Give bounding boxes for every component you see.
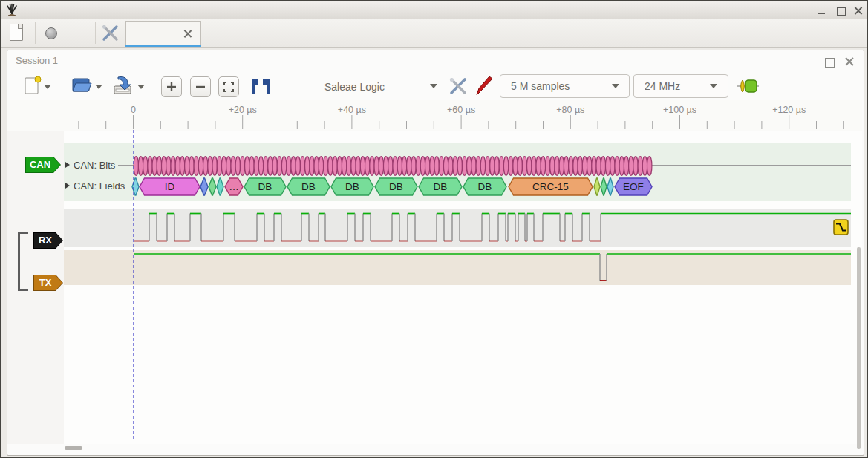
zoom-out-button[interactable] — [190, 76, 211, 97]
titlebar — [1, 1, 867, 20]
tx-channel-flag[interactable]: TX — [33, 275, 63, 291]
tab-active-indicator — [125, 45, 201, 47]
save-button[interactable] — [112, 75, 133, 96]
add-decoder-button[interactable] — [736, 77, 760, 95]
bits-row-label: CAN: Bits — [74, 160, 115, 171]
open-file-button[interactable] — [71, 76, 92, 94]
sample-rate-caret — [710, 84, 717, 88]
maximize-icon — [837, 7, 846, 16]
minimize-button[interactable] — [816, 6, 826, 15]
zoom-fit-button[interactable] — [218, 76, 239, 97]
rx-flag-label: RX — [33, 232, 63, 249]
trigger-badge[interactable] — [833, 219, 849, 235]
cursor-flag-icon — [252, 79, 258, 94]
toolbar-separator — [35, 22, 36, 44]
device-select[interactable]: Saleae Logic — [324, 76, 385, 97]
decoder-icon — [741, 80, 745, 92]
expand-arrow-icon[interactable] — [65, 162, 70, 168]
toolbar-separator — [95, 22, 96, 44]
rx-row-background — [64, 209, 851, 247]
probe-icon — [477, 76, 492, 95]
can-tag-label: CAN — [25, 157, 61, 173]
open-dropdown-caret[interactable] — [95, 85, 102, 89]
bits-row-baseline — [118, 165, 851, 166]
fit-view-icon — [219, 77, 238, 96]
probe-button[interactable] — [474, 75, 494, 96]
device-dropdown-caret[interactable] — [430, 84, 437, 88]
expand-arrow-icon[interactable] — [65, 183, 70, 189]
tx-flag-label: TX — [33, 275, 63, 291]
channel-group-bracket[interactable] — [18, 232, 20, 291]
rx-channel-flag[interactable]: RX — [33, 232, 63, 249]
subwindow-title: Session 1 — [16, 55, 58, 66]
can-decoder-tag[interactable]: CAN — [25, 157, 61, 173]
subwindow-close-button[interactable] — [845, 57, 853, 65]
minus-icon — [191, 77, 210, 96]
plus-icon — [162, 77, 181, 96]
tab-close-icon[interactable] — [183, 30, 192, 38]
horizontal-scrollbar-handle[interactable] — [65, 446, 82, 450]
settings-tools-icon[interactable] — [102, 24, 119, 42]
save-dropdown-caret[interactable] — [137, 85, 145, 89]
time-ruler[interactable] — [7, 100, 862, 131]
minimize-icon — [818, 13, 825, 14]
new-file-dropdown-caret[interactable] — [44, 85, 51, 89]
maximize-button[interactable] — [835, 6, 846, 15]
sample-count-select[interactable]: 5 M samples — [500, 74, 630, 98]
subwindow-restore-button[interactable] — [825, 58, 835, 68]
new-session-button[interactable] — [10, 24, 23, 41]
decoder-rows-background — [64, 143, 851, 201]
close-button[interactable] — [853, 6, 864, 15]
run-button[interactable] — [42, 21, 91, 45]
page-fold-icon — [18, 24, 22, 29]
fields-row-label: CAN: Fields — [74, 180, 125, 192]
channel-config-button[interactable] — [448, 76, 469, 96]
new-file-button[interactable] — [24, 76, 42, 95]
zoom-in-button[interactable] — [161, 76, 182, 97]
tx-row-background — [64, 250, 851, 285]
show-cursors-button[interactable] — [250, 77, 271, 95]
app-logo-icon — [5, 3, 19, 16]
pulseview-window: Session 1 - PulseView Run Session 1 Sess… — [0, 0, 868, 458]
vertical-scrollbar-handle[interactable] — [857, 247, 861, 449]
sample-count-caret — [612, 84, 619, 88]
